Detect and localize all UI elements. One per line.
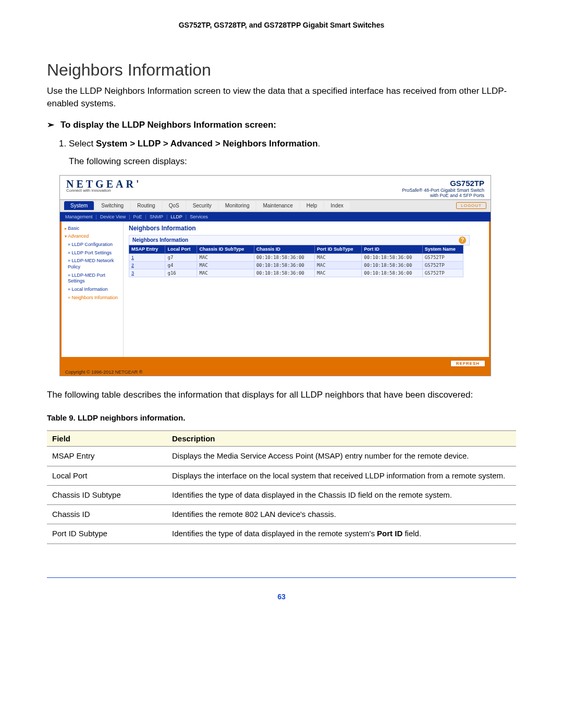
tab-maintenance[interactable]: Maintenance [256,201,299,210]
help-icon[interactable]: ? [459,237,466,244]
th-description: Description [167,431,516,447]
sidebar-item-lldp-med-port-settings[interactable]: » LLDP-MED Port Settings [62,272,123,286]
neighbors-table: MSAP Entry Local Port Chassis ID SubType… [129,245,463,278]
sidebar-advanced[interactable]: Advanced [62,232,123,241]
tab-system[interactable]: System [64,201,94,210]
sidebar-item-lldp-configuration[interactable]: » LLDP Configuration [62,241,123,249]
field-row: Chassis ID Subtype Identifies the type o… [47,485,516,504]
msap-link[interactable]: 2 [129,262,165,269]
subnav-services[interactable]: Services [190,214,208,219]
subnav-device-view[interactable]: Device View [100,214,126,219]
procedure-title: To display the LLDP Neighbors Informatio… [60,120,276,130]
logout-button[interactable]: LOGOUT [456,202,486,209]
chevron-right-icon: ➢ [47,119,54,130]
col-chassis-id: Chassis ID [254,245,314,254]
table-caption: Table 9. LLDP neighbors information. [47,413,516,422]
product-desc-2: with PoE and 4 SFP Ports [402,193,484,198]
sidebar-item-neighbors-information[interactable]: » Neighbors Information [62,294,123,302]
tab-qos[interactable]: QoS [163,201,186,210]
col-chassis-subtype: Chassis ID SubType [197,245,254,254]
table-row: 3 g16 MAC 00:10:18:58:36:00 MAC 00:10:18… [129,269,463,277]
subnav-management[interactable]: Management [65,214,93,219]
tab-security[interactable]: Security [187,201,218,210]
step-followup: The following screen displays: [69,156,516,167]
netgear-logo: NETGEAR' [66,179,139,189]
subnav-snmp[interactable]: SNMP [150,214,163,219]
table-row: 1 g7 MAC 00:10:18:58:36:00 MAC 00:10:18:… [129,254,463,262]
sub-nav: Management| Device View| PoE| SNMP| LLDP… [60,212,491,221]
screenshot: NETGEAR' Connect with Innovation GS752TP… [59,175,491,376]
main-tabs: System Switching Routing QoS Security Mo… [60,200,491,212]
refresh-button[interactable]: REFRESH [450,360,485,367]
doc-header: GS752TP, GS728TP, and GS728TPP Gigabit S… [47,21,516,29]
content-title: Neighbors Information [129,225,484,232]
procedure-heading: ➢ To display the LLDP Neighbors Informat… [47,119,516,130]
table-row: 2 g4 MAC 00:10:18:58:36:00 MAC 00:10:18:… [129,262,463,269]
step-path: System > LLDP > Advanced > Neighbors Inf… [96,139,318,149]
th-field: Field [47,431,167,447]
col-msap: MSAP Entry [129,245,165,254]
fields-table: Field Description MSAP Entry Displays th… [47,430,516,544]
col-local-port: Local Port [165,245,197,254]
tab-index[interactable]: Index [324,201,349,210]
step-1: Select System > LLDP > Advanced > Neighb… [69,139,516,149]
col-port-subtype: Port ID SubType [315,245,362,254]
step-suffix: . [318,139,321,149]
col-system-name: System Name [422,245,463,254]
panel-title: Neighbors Information [132,237,188,243]
tab-routing[interactable]: Routing [131,201,161,210]
sidebar-basic[interactable]: Basic [62,225,123,233]
page-number: 63 [47,593,516,601]
field-row: Local Port Displays the interface on the… [47,466,516,485]
product-model: GS752TP [402,179,484,188]
subnav-poe[interactable]: PoE [133,214,142,219]
sidebar: Basic Advanced » LLDP Configuration » LL… [62,221,124,357]
page-title: Neighbors Information [47,60,516,80]
field-row: Chassis ID Identifies the remote 802 LAN… [47,505,516,524]
tab-switching[interactable]: Switching [95,201,130,210]
col-port-id: Port ID [362,245,422,254]
copyright: Copyright © 1996-2012 NETGEAR ® [60,368,491,376]
msap-link[interactable]: 3 [129,269,165,277]
sidebar-item-local-information[interactable]: » Local Information [62,286,123,294]
sidebar-item-lldp-port-settings[interactable]: » LLDP Port Settings [62,249,123,257]
button-bar: REFRESH [60,359,491,368]
tab-help[interactable]: Help [300,201,324,210]
intro-text: Use the LLDP Neighbors Information scree… [47,85,516,110]
subnav-lldp[interactable]: LLDP [170,214,182,219]
field-row: MSAP Entry Displays the Media Service Ac… [47,447,516,466]
msap-link[interactable]: 1 [129,254,165,262]
step-prefix: Select [69,139,96,149]
product-desc-1: ProSafe® 48-Port Gigabit Smart Switch [402,188,484,193]
after-screenshot-text: The following table describes the inform… [47,389,516,401]
tab-monitoring[interactable]: Monitoring [219,201,256,210]
field-row: Port ID Subtype Identifies the type of d… [47,524,516,544]
sidebar-item-lldp-med-network-policy[interactable]: » LLDP-MED Network Policy [62,257,123,271]
